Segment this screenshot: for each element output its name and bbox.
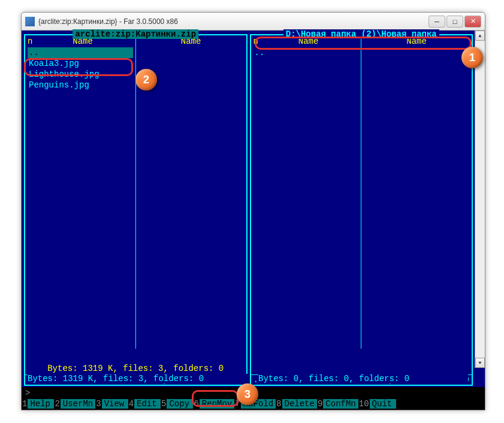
key-copy[interactable]: 5Copy [161,399,193,409]
right-panel[interactable]: D:\Новая папка (2)\Новая папка n Name ..… [250,34,473,386]
left-panel-title: arclite:zip:Картинки.zip [73,29,198,39]
key-usermn[interactable]: 2UserMn [54,399,95,409]
file-row-updir[interactable]: .. [28,47,133,58]
callout-2: 2 [135,69,157,90]
close-button[interactable]: ✕ [464,16,481,28]
maximize-button[interactable]: □ [446,16,463,28]
key-view[interactable]: 3View [95,399,128,409]
app-icon [25,17,35,26]
app-window: {arclite:zip:Картинки.zip} - Far 3.0.500… [21,12,485,410]
file-row[interactable]: Koala3.jpg [28,58,133,69]
file-row[interactable]: Lighthouse.jpg [28,69,133,80]
left-bottom-summary: Bytes: 1319 K, files: 3, folders: 0 [28,374,249,383]
minimize-button[interactable]: ─ [428,16,445,28]
file-row-updir[interactable]: .. [253,47,359,58]
callout-1: 1 [461,47,483,68]
file-row[interactable]: Penguins.jpg [28,80,133,90]
client-area: arclite:zip:Картинки.zip n Name .. Koala… [22,31,485,410]
key-help[interactable]: 1Help [22,399,54,409]
key-quit[interactable]: 10Quit [358,399,396,409]
vertical-scrollbar[interactable]: ▲ ▼ [475,31,485,368]
callout-3: 3 [237,383,258,405]
content-area: arclite:zip:Картинки.zip n Name .. Koala… [22,31,485,387]
panel-summary: Bytes: 1319 K, files: 3, folders: 0 [25,362,246,374]
scroll-up-icon[interactable]: ▲ [475,31,485,41]
scroll-down-icon[interactable]: ▼ [475,358,485,368]
key-confmn[interactable]: 9ConfMn [317,399,358,409]
right-bottom-summary: Bytes: 0, files: 0, folders: 0 [258,374,468,383]
col-letter: n [28,37,32,47]
window-controls: ─ □ ✕ [428,16,481,28]
window-title: {arclite:zip:Картинки.zip} - Far 3.0.500… [38,17,428,26]
left-panel[interactable]: arclite:zip:Картинки.zip n Name .. Koala… [24,34,248,386]
key-edit[interactable]: 4Edit [128,399,161,409]
key-delete[interactable]: 8Delete [276,399,317,409]
key-renmov[interactable]: 6RenMov [193,399,234,409]
titlebar[interactable]: {arclite:zip:Картинки.zip} - Far 3.0.500… [22,13,485,31]
col-letter: n [253,37,258,47]
right-panel-title: D:\Новая папка (2)\Новая папка [283,29,439,39]
